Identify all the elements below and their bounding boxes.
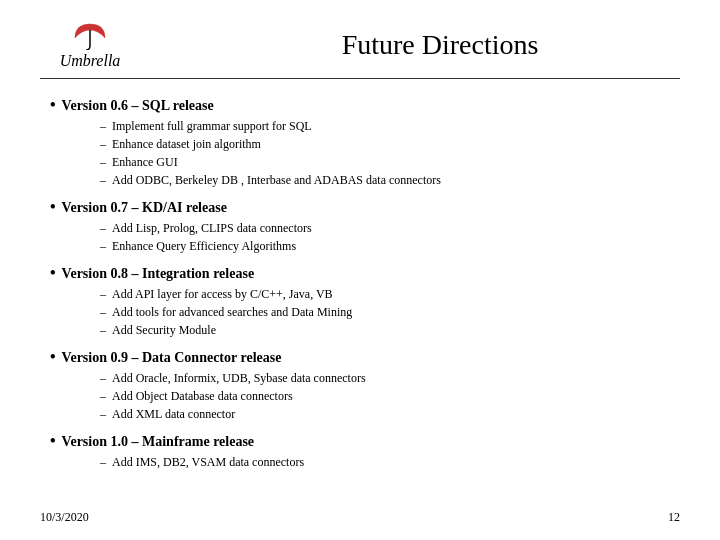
list-item-text: Enhance dataset join algorithm — [112, 135, 261, 153]
list-item-text: Add ODBC, Berkeley DB , Interbase and AD… — [112, 171, 441, 189]
bullet-icon: • — [50, 433, 56, 449]
dash-icon: – — [100, 117, 106, 135]
list-item-text: Enhance Query Efficiency Algorithms — [112, 237, 296, 255]
list-item-text: Add XML data connector — [112, 405, 235, 423]
bullet-icon: • — [50, 199, 56, 215]
list-item: –Add ODBC, Berkeley DB , Interbase and A… — [100, 171, 670, 189]
bullet-icon: • — [50, 97, 56, 113]
footer-page: 12 — [668, 510, 680, 525]
list-item: –Enhance GUI — [100, 153, 670, 171]
section-title-v07: •Version 0.7 – KD/AI release — [50, 199, 670, 216]
list-item-text: Enhance GUI — [112, 153, 178, 171]
logo-area: Umbrella — [40, 20, 140, 70]
sub-items-v07: –Add Lisp, Prolog, CLIPS data connectors… — [50, 219, 670, 255]
list-item-text: Add Security Module — [112, 321, 216, 339]
list-item-text: Implement full grammar support for SQL — [112, 117, 312, 135]
list-item: –Add Object Database data connectors — [100, 387, 670, 405]
section-title-v08: •Version 0.8 – Integration release — [50, 265, 670, 282]
list-item: –Implement full grammar support for SQL — [100, 117, 670, 135]
bullet-icon: • — [50, 265, 56, 281]
sub-items-v10: –Add IMS, DB2, VSAM data connectors — [50, 453, 670, 471]
list-item: –Add IMS, DB2, VSAM data connectors — [100, 453, 670, 471]
section-title-v09: •Version 0.9 – Data Connector release — [50, 349, 670, 366]
section-v07: •Version 0.7 – KD/AI release–Add Lisp, P… — [50, 199, 670, 255]
dash-icon: – — [100, 369, 106, 387]
list-item: –Add tools for advanced searches and Dat… — [100, 303, 670, 321]
section-v09: •Version 0.9 – Data Connector release–Ad… — [50, 349, 670, 423]
sub-items-v09: –Add Oracle, Informix, UDB, Sybase data … — [50, 369, 670, 423]
section-title-text: Version 1.0 – Mainframe release — [62, 434, 254, 450]
section-v08: •Version 0.8 – Integration release–Add A… — [50, 265, 670, 339]
list-item: –Add Lisp, Prolog, CLIPS data connectors — [100, 219, 670, 237]
section-title-text: Version 0.9 – Data Connector release — [62, 350, 282, 366]
dash-icon: – — [100, 219, 106, 237]
bullet-icon: • — [50, 349, 56, 365]
list-item-text: Add API layer for access by C/C++, Java,… — [112, 285, 333, 303]
umbrella-icon — [70, 20, 110, 50]
section-title-text: Version 0.6 – SQL release — [62, 98, 214, 114]
list-item: –Add Security Module — [100, 321, 670, 339]
list-item-text: Add Oracle, Informix, UDB, Sybase data c… — [112, 369, 366, 387]
section-title-text: Version 0.7 – KD/AI release — [62, 200, 227, 216]
list-item-text: Add IMS, DB2, VSAM data connectors — [112, 453, 304, 471]
slide: Umbrella Future Directions •Version 0.6 … — [0, 0, 720, 540]
list-item: –Enhance dataset join algorithm — [100, 135, 670, 153]
list-item-text: Add tools for advanced searches and Data… — [112, 303, 352, 321]
header: Umbrella Future Directions — [40, 20, 680, 79]
section-v06: •Version 0.6 – SQL release–Implement ful… — [50, 97, 670, 189]
section-title-v10: •Version 1.0 – Mainframe release — [50, 433, 670, 450]
footer: 10/3/2020 12 — [40, 510, 680, 525]
dash-icon: – — [100, 453, 106, 471]
list-item-text: Add Lisp, Prolog, CLIPS data connectors — [112, 219, 312, 237]
list-item-text: Add Object Database data connectors — [112, 387, 293, 405]
content: •Version 0.6 – SQL release–Implement ful… — [40, 97, 680, 471]
dash-icon: – — [100, 303, 106, 321]
dash-icon: – — [100, 405, 106, 423]
logo-text: Umbrella — [60, 52, 121, 70]
section-v10: •Version 1.0 – Mainframe release–Add IMS… — [50, 433, 670, 471]
list-item: –Add XML data connector — [100, 405, 670, 423]
footer-date: 10/3/2020 — [40, 510, 89, 525]
list-item: –Add Oracle, Informix, UDB, Sybase data … — [100, 369, 670, 387]
dash-icon: – — [100, 237, 106, 255]
list-item: –Add API layer for access by C/C++, Java… — [100, 285, 670, 303]
section-title-text: Version 0.8 – Integration release — [62, 266, 254, 282]
dash-icon: – — [100, 321, 106, 339]
dash-icon: – — [100, 285, 106, 303]
dash-icon: – — [100, 387, 106, 405]
slide-title: Future Directions — [200, 29, 680, 61]
sub-items-v06: –Implement full grammar support for SQL–… — [50, 117, 670, 189]
sub-items-v08: –Add API layer for access by C/C++, Java… — [50, 285, 670, 339]
list-item: –Enhance Query Efficiency Algorithms — [100, 237, 670, 255]
dash-icon: – — [100, 135, 106, 153]
dash-icon: – — [100, 171, 106, 189]
dash-icon: – — [100, 153, 106, 171]
section-title-v06: •Version 0.6 – SQL release — [50, 97, 670, 114]
